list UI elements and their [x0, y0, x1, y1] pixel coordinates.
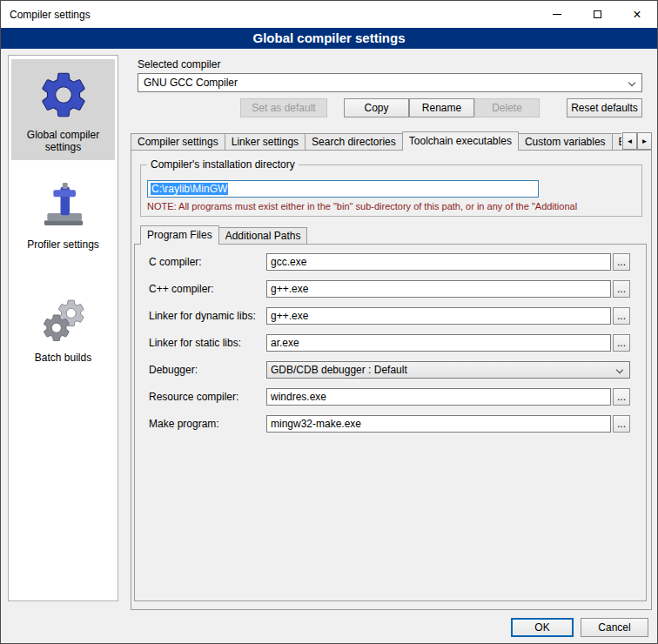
- tab-toolchain-executables[interactable]: Toolchain executables: [402, 131, 519, 151]
- linker-dynamic-input[interactable]: g++.exe: [266, 307, 611, 325]
- tab-label: Search directories: [312, 136, 396, 148]
- tab-label: Custom variables: [525, 136, 606, 148]
- close-button[interactable]: ×: [617, 1, 657, 28]
- tab-scroll-left-button[interactable]: ◄: [622, 132, 637, 150]
- field-label: Linker for static libs:: [149, 337, 241, 349]
- field-label: Resource compiler:: [149, 391, 238, 403]
- field-label: C++ compiler:: [149, 283, 214, 295]
- tab-label: Toolchain executables: [409, 135, 512, 147]
- compiler-settings-window: Compiler settings × Global compiler sett…: [0, 0, 658, 644]
- tab-label: Compiler settings: [138, 136, 218, 148]
- sidebar-item-label: Batch builds: [13, 352, 113, 364]
- form-row-linker-static: Linker for static libs: ar.exe ...: [134, 334, 647, 352]
- rename-button[interactable]: Rename: [409, 98, 474, 117]
- form-row-resource-compiler: Resource compiler: windres.exe ...: [134, 388, 647, 406]
- cancel-button[interactable]: Cancel: [581, 618, 648, 637]
- bin-subdirectory-note: NOTE: All programs must exist either in …: [147, 201, 640, 211]
- sidebar-item-profiler-settings[interactable]: Profiler settings: [11, 174, 115, 258]
- minimize-icon: [553, 14, 561, 15]
- debugger-value: GDB/CDB debugger : Default: [271, 364, 407, 376]
- tab-strip: Compiler settings Linker settings Search…: [131, 131, 621, 151]
- tab-search-directories[interactable]: Search directories: [305, 133, 403, 151]
- chevron-down-icon: [628, 79, 635, 86]
- form-row-cpp-compiler: C++ compiler: g++.exe ...: [134, 280, 647, 298]
- browse-button[interactable]: ...: [613, 307, 630, 325]
- set-as-default-button[interactable]: Set as default: [240, 98, 327, 117]
- copy-button[interactable]: Copy: [344, 98, 409, 117]
- window-title: Compiler settings: [10, 9, 91, 21]
- selected-compiler-value: GNU GCC Compiler: [144, 77, 238, 89]
- maximize-button[interactable]: [577, 1, 617, 28]
- make-program-input[interactable]: mingw32-make.exe: [266, 415, 611, 433]
- settings-category-list: Global compiler settings Profiler settin…: [8, 55, 118, 601]
- field-label: C compiler:: [149, 256, 202, 268]
- gear-icon: [13, 64, 113, 125]
- triangle-right-icon: ►: [641, 138, 648, 145]
- cpp-compiler-input[interactable]: g++.exe: [266, 280, 611, 298]
- selected-compiler-label: Selected compiler: [138, 58, 220, 70]
- maximize-icon: [594, 10, 601, 18]
- sidebar-item-label: Profiler settings: [13, 238, 113, 251]
- reset-defaults-button[interactable]: Reset defaults: [567, 98, 642, 117]
- installation-directory-value: C:\raylib\MinGW: [151, 183, 228, 195]
- tab-label: Additional Paths: [225, 230, 301, 242]
- sidebar-item-batch-builds[interactable]: Batch builds: [11, 287, 115, 371]
- window-controls: ×: [537, 1, 657, 28]
- profiler-tool-icon: [13, 179, 113, 235]
- page-title: Global compiler settings: [1, 28, 657, 49]
- close-icon: ×: [633, 8, 641, 22]
- browse-button[interactable]: ...: [613, 415, 630, 433]
- subtab-strip: Program Files Additional Paths: [140, 225, 306, 245]
- field-label: Debugger:: [149, 364, 198, 376]
- tab-label: Program Files: [147, 229, 212, 241]
- tab-linker-settings[interactable]: Linker settings: [225, 133, 306, 151]
- field-label: Linker for dynamic libs:: [149, 310, 256, 322]
- subtab-program-files[interactable]: Program Files: [140, 225, 219, 245]
- browse-button[interactable]: ...: [613, 388, 630, 406]
- installation-directory-input[interactable]: C:\raylib\MinGW: [147, 180, 539, 198]
- sidebar-item-label: Global compiler settings: [13, 129, 113, 153]
- c-compiler-input[interactable]: gcc.exe: [266, 253, 611, 271]
- linker-static-input[interactable]: ar.exe: [266, 334, 611, 352]
- delete-button[interactable]: Delete: [474, 98, 540, 117]
- browse-button[interactable]: ...: [613, 334, 630, 352]
- tab-compiler-settings[interactable]: Compiler settings: [131, 133, 225, 151]
- field-label: Make program:: [149, 418, 219, 430]
- chevron-down-icon: [616, 366, 623, 373]
- tab-custom-variables[interactable]: Custom variables: [518, 133, 613, 151]
- stacked-gears-icon: [13, 292, 113, 348]
- tab-label: Buil: [619, 136, 621, 148]
- form-row-linker-dynamic: Linker for dynamic libs: g++.exe ...: [134, 307, 647, 325]
- browse-button[interactable]: ...: [613, 253, 630, 271]
- debugger-select[interactable]: GDB/CDB debugger : Default: [266, 361, 630, 379]
- minimize-button[interactable]: [537, 1, 577, 28]
- sidebar-item-global-compiler-settings[interactable]: Global compiler settings: [11, 59, 115, 160]
- resource-compiler-input[interactable]: windres.exe: [266, 388, 611, 406]
- form-row-c-compiler: C compiler: gcc.exe ...: [134, 253, 647, 271]
- installation-directory-group-title: Compiler's installation directory: [147, 158, 299, 171]
- browse-button[interactable]: ...: [613, 280, 630, 298]
- selected-compiler-dropdown[interactable]: GNU GCC Compiler: [138, 73, 642, 92]
- tab-scroll-right-button[interactable]: ►: [637, 132, 652, 150]
- titlebar[interactable]: Compiler settings ×: [1, 1, 657, 28]
- tab-label: Linker settings: [232, 136, 299, 148]
- form-row-make-program: Make program: mingw32-make.exe ...: [134, 415, 647, 433]
- subtab-additional-paths[interactable]: Additional Paths: [218, 227, 308, 245]
- triangle-left-icon: ◄: [627, 138, 634, 145]
- ok-button[interactable]: OK: [511, 618, 574, 637]
- tab-build-options[interactable]: Buil: [612, 133, 621, 151]
- form-row-debugger: Debugger: GDB/CDB debugger : Default: [134, 361, 647, 379]
